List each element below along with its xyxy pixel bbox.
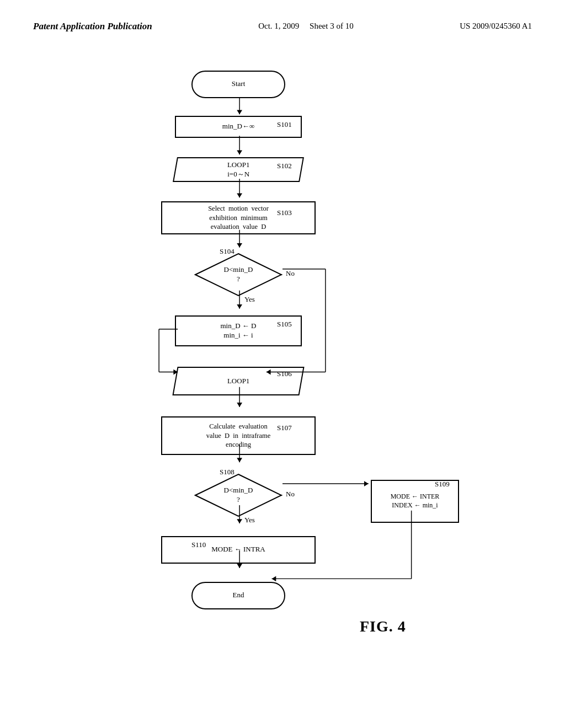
flowchart-area: Start S101 min_D←∞ S102 LOOP1 i=0～N S103… <box>0 44 565 689</box>
svg-marker-9 <box>237 304 242 309</box>
s107-text: Calculate evaluation value D in intrafra… <box>206 422 271 449</box>
svg-marker-19 <box>237 403 242 407</box>
svg-marker-30 <box>272 576 276 581</box>
s104-text: D<min_D? <box>224 265 253 284</box>
page-header: Patent Application Publication Oct. 1, 2… <box>0 0 565 44</box>
s108-text: D<min_D? <box>224 486 253 505</box>
end-node: End <box>191 582 285 609</box>
svg-marker-5 <box>237 193 242 197</box>
start-node: Start <box>191 71 285 98</box>
header-right: US 2009/0245360 A1 <box>460 20 532 33</box>
end-label: End <box>233 591 244 600</box>
s108-no-label: No <box>286 490 295 499</box>
s107-node: Calculate evaluation value D in intrafra… <box>161 416 316 455</box>
flowchart: Start S101 min_D←∞ S102 LOOP1 i=0～N S103… <box>89 61 476 667</box>
s101-node: min_D←∞ <box>175 116 302 138</box>
svg-marker-27 <box>237 564 242 568</box>
s110-node: MODE ← INTRA <box>161 536 316 564</box>
header-sheet: Sheet 3 of 10 <box>310 22 354 30</box>
s109-text: MODE ← INTER INDEX ← min_i <box>391 493 440 510</box>
s103-text: Select motion vector exhibition minimum … <box>208 204 269 231</box>
s101-text: min_D←∞ <box>222 122 254 131</box>
svg-marker-23 <box>237 519 242 523</box>
s109-node: MODE ← INTER INDEX ← min_i <box>371 480 459 523</box>
header-center: Oct. 1, 2009 Sheet 3 of 10 <box>258 20 354 33</box>
svg-marker-25 <box>364 481 369 486</box>
s104-diamond: D<min_D? <box>194 253 282 297</box>
s102-text: LOOP1 i=0～N <box>227 160 249 179</box>
s106-node: LOOP1 <box>172 367 304 395</box>
s102-node: LOOP1 i=0～N <box>173 157 304 182</box>
start-label: Start <box>232 79 246 89</box>
fig-label: FIG. 4 <box>360 618 406 635</box>
header-date: Oct. 1, 2009 <box>258 22 299 30</box>
s106-text: LOOP1 <box>227 376 249 386</box>
header-patent-num: US 2009/0245360 A1 <box>460 22 532 30</box>
svg-marker-21 <box>237 458 242 462</box>
s105-node: min_D ← D min_i ← i <box>175 315 302 346</box>
s110-text: MODE ← INTRA <box>211 545 265 554</box>
s103-node: Select motion vector exhibition minimum … <box>161 201 316 234</box>
s108-diamond: D<min_D? <box>194 473 282 517</box>
header-left: Patent Application Publication <box>33 20 152 33</box>
s105-text: min_D ← D min_i ← i <box>221 322 257 340</box>
publication-title: Patent Application Publication <box>33 21 152 31</box>
svg-marker-7 <box>237 243 242 248</box>
svg-marker-1 <box>237 110 242 114</box>
s104-no-label: No <box>286 269 295 278</box>
flowchart-svg <box>89 61 476 667</box>
svg-marker-3 <box>237 150 242 154</box>
